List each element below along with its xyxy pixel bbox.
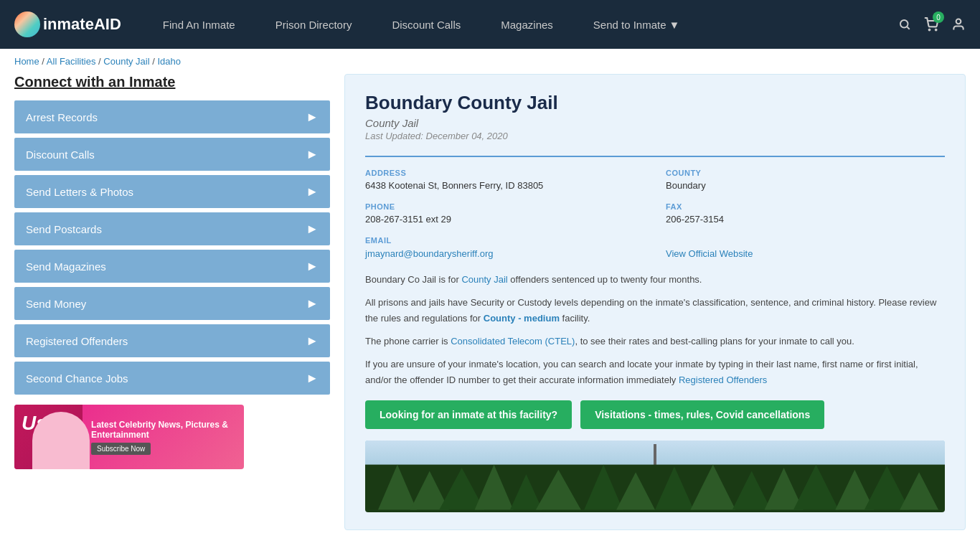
svg-point-3 [936,29,937,31]
svg-line-1 [907,27,909,29]
chevron-right-icon: ► [306,184,319,199]
breadcrumb: Home / All Facilities / County Jail / Id… [0,49,980,74]
breadcrumb-county-jail[interactable]: County Jail [103,56,149,67]
sidebar-item-send-money[interactable]: Send Money ► [14,287,330,320]
address-value: 6438 Kootenai St, Bonners Ferry, ID 8380… [365,180,644,191]
email-label: EMAIL [365,236,644,245]
cart-icon[interactable]: 0 [924,17,938,32]
desc-paragraph-2: All prisons and jails have Security or C… [365,295,945,326]
website-link[interactable]: View Official Website [666,248,753,259]
nav-links: Find An Inmate Prison Directory Discount… [143,0,898,49]
facility-type: County Jail [365,117,945,129]
nav-magazines[interactable]: Magazines [481,0,573,49]
svg-point-2 [929,29,930,31]
cart-badge: 0 [933,11,944,23]
fax-value: 206-257-3154 [666,214,945,225]
sidebar-item-send-letters[interactable]: Send Letters & Photos ► [14,175,330,208]
ad-text-area: Latest Celebrity News, Pictures & Entert… [83,414,244,461]
address-label: ADDRESS [365,169,644,177]
svg-point-0 [900,20,908,28]
logo-icon [14,11,40,37]
ctel-link[interactable]: Consolidated Telecom (CTEL) [451,336,575,347]
navbar: inmateAID Find An Inmate Prison Director… [0,0,980,49]
ad-subscribe-button[interactable]: Subscribe Now [91,443,151,455]
chevron-right-icon: ► [306,147,319,162]
facility-description: Boundary Co Jail is for County Jail offe… [365,272,945,389]
chevron-right-icon: ► [306,222,319,237]
ad-banner[interactable]: Us Latest Celebrity News, Pictures & Ent… [14,405,244,469]
sidebar-item-discount-calls[interactable]: Discount Calls ► [14,138,330,171]
desc-paragraph-3: The phone carrier is Consolidated Teleco… [365,334,945,349]
chevron-right-icon: ► [306,371,319,386]
chevron-right-icon: ► [306,334,319,349]
facility-card: Boundary County Jail County Jail Last Up… [344,74,966,530]
nav-send-to-inmate[interactable]: Send to Inmate ▼ [573,0,700,49]
fax-label: FAX [666,202,945,211]
facility-updated: Last Updated: December 04, 2020 [365,131,945,141]
county-label: COUNTY [666,169,945,177]
logo-text: inmateAID [43,15,121,34]
facility-photo [365,441,945,512]
facility-info-grid: ADDRESS 6438 Kootenai St, Bonners Ferry,… [365,156,945,259]
logo[interactable]: inmateAID [14,11,121,37]
nav-prison-directory[interactable]: Prison Directory [255,0,372,49]
county-section: COUNTY Boundary [666,169,945,191]
chevron-right-icon: ► [306,296,319,311]
sidebar-item-second-chance-jobs[interactable]: Second Chance Jobs ► [14,362,330,395]
county-medium-link[interactable]: County - medium [484,313,560,324]
chevron-right-icon: ► [306,259,319,274]
breadcrumb-all-facilities[interactable]: All Facilities [47,56,96,67]
sidebar-item-arrest-records[interactable]: Arrest Records ► [14,100,330,133]
email-section: EMAIL jmaynard@boundarysheriff.org [365,236,644,259]
nav-find-inmate[interactable]: Find An Inmate [143,0,255,49]
ad-person-silhouette [32,412,90,469]
address-section: ADDRESS 6438 Kootenai St, Bonners Ferry,… [365,169,644,191]
action-buttons: Looking for an inmate at this facility? … [365,400,945,429]
main-content: Connect with an Inmate Arrest Records ► … [0,74,980,545]
breadcrumb-state[interactable]: Idaho [157,56,181,67]
phone-label: PHONE [365,202,644,211]
desc-paragraph-1: Boundary Co Jail is for County Jail offe… [365,272,945,288]
search-icon[interactable] [898,18,911,31]
nav-discount-calls[interactable]: Discount Calls [372,0,481,49]
ad-image: Us [14,405,83,469]
sidebar-title: Connect with an Inmate [14,74,330,90]
sidebar-item-registered-offenders[interactable]: Registered Offenders ► [14,324,330,357]
chevron-down-icon: ▼ [669,19,680,31]
visitations-button[interactable]: Visitations - times, rules, Covid cancel… [580,400,824,429]
registered-offenders-link[interactable]: Registered Offenders [679,375,767,385]
phone-value: 208-267-3151 ext 29 [365,214,644,225]
chevron-right-icon: ► [306,110,319,125]
breadcrumb-home[interactable]: Home [14,56,39,67]
email-link[interactable]: jmaynard@boundarysheriff.org [365,248,493,259]
sidebar-item-send-postcards[interactable]: Send Postcards ► [14,212,330,245]
forest-silhouette [365,462,945,512]
facility-name: Boundary County Jail [365,92,945,114]
svg-point-4 [956,19,961,24]
nav-icons: 0 [898,17,966,32]
fax-section: FAX 206-257-3154 [666,202,945,225]
find-inmate-button[interactable]: Looking for an inmate at this facility? [365,400,572,429]
phone-section: PHONE 208-267-3151 ext 29 [365,202,644,225]
county-value: Boundary [666,180,945,191]
website-section: WEBSITE View Official Website [666,236,945,259]
desc-paragraph-4: If you are unsure of your inmate's locat… [365,357,945,388]
sidebar: Connect with an Inmate Arrest Records ► … [14,74,330,530]
user-icon[interactable] [951,17,966,32]
sidebar-item-send-magazines[interactable]: Send Magazines ► [14,250,330,283]
county-jail-link-1[interactable]: County Jail [461,274,507,285]
